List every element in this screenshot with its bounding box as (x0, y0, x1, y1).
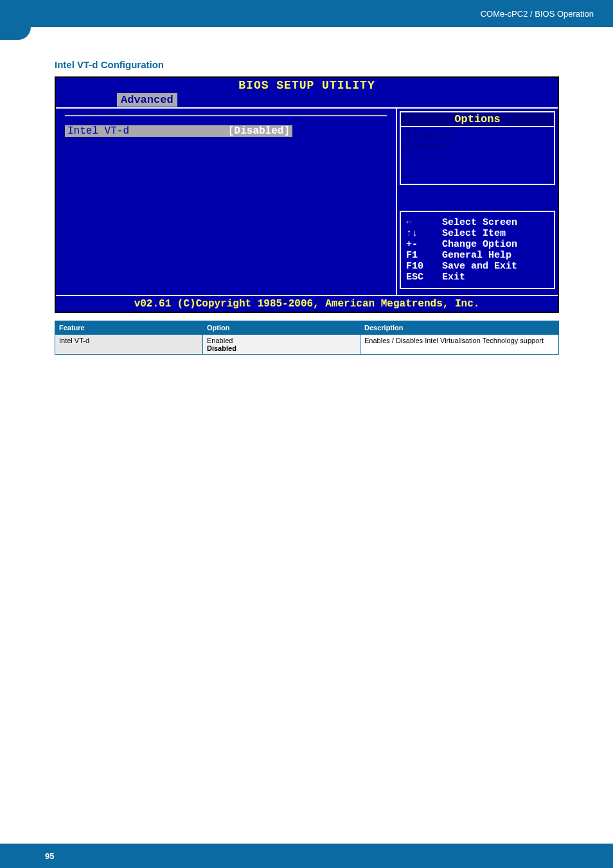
options-header: Options (400, 111, 555, 127)
section-title: Intel VT-d Configuration (55, 59, 574, 70)
cell-description: Enables / Disables Intel Virtualisation … (360, 335, 559, 355)
bios-title: BIOS SETUP UTILITY (56, 78, 558, 93)
help-key-f1: F1 (406, 250, 442, 261)
bios-screenshot: BIOS SETUP UTILITY Advanced Intel VT-d [… (55, 76, 559, 313)
help-text: General Help (442, 250, 511, 261)
bios-setting-row[interactable]: Intel VT-d [Disabled] (65, 125, 292, 137)
cell-feature: Intel VT-d (55, 335, 203, 355)
options-box: Disabled Enabled (400, 127, 555, 185)
option-enabled-text: Enabled (207, 337, 233, 344)
bios-tab-advanced[interactable]: Advanced (117, 93, 177, 107)
table-row: Intel VT-d Enabled Disabled Enables / Di… (55, 335, 559, 355)
help-key-updown-icon: ↑↓ (406, 228, 442, 239)
help-text: Select Item (442, 228, 506, 239)
setting-label: Intel VT-d (65, 125, 226, 137)
help-text: Exit (442, 272, 465, 283)
help-text: Save and Exit (442, 261, 517, 272)
bios-right-pane: Options Disabled Enabled ←Select Screen … (397, 109, 558, 295)
feature-table: Feature Option Description Intel VT-d En… (55, 321, 559, 355)
page-footer: 95 (0, 844, 613, 868)
help-key-left-icon: ← (406, 217, 442, 228)
bios-copyright-footer: v02.61 (C)Copyright 1985-2006, American … (56, 295, 558, 312)
option-disabled[interactable]: Disabled (406, 130, 549, 141)
page-header: COMe-cPC2 / BIOS Operation (0, 0, 613, 27)
help-key-plusminus-icon: +- (406, 239, 442, 250)
option-enabled[interactable]: Enabled (406, 141, 549, 152)
divider (65, 115, 387, 116)
help-text: Change Option (442, 239, 517, 250)
help-key-esc: ESC (406, 272, 442, 283)
option-disabled-text: Disabled (207, 344, 236, 352)
page-body: Intel VT-d Configuration BIOS SETUP UTIL… (0, 27, 613, 355)
table-header-row: Feature Option Description (55, 321, 559, 335)
col-option: Option (203, 321, 360, 335)
bios-tab-bar: Advanced (56, 93, 558, 107)
help-text: Select Screen (442, 217, 517, 228)
cell-option: Enabled Disabled (203, 335, 360, 355)
help-key-f10: F10 (406, 261, 442, 272)
col-description: Description (360, 321, 559, 335)
breadcrumb: COMe-cPC2 / BIOS Operation (481, 9, 594, 19)
col-feature: Feature (55, 321, 203, 335)
help-box: ←Select Screen ↑↓Select Item +-Change Op… (400, 211, 555, 289)
setting-value[interactable]: [Disabled] (226, 125, 292, 137)
page-number: 95 (45, 851, 54, 861)
bios-left-pane: Intel VT-d [Disabled] (56, 109, 397, 295)
